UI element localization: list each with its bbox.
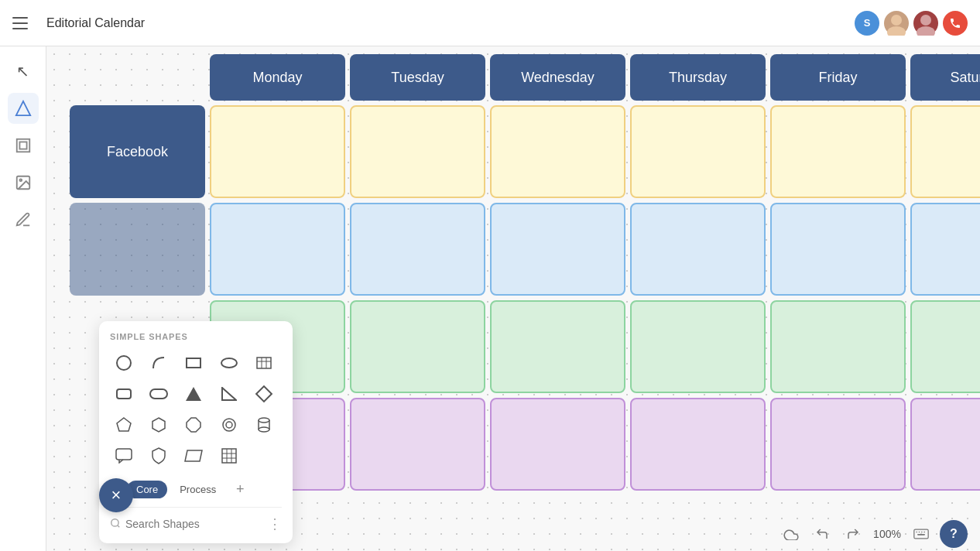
avatar-r[interactable] [913, 11, 938, 36]
svg-marker-4 [15, 101, 29, 115]
cell-facebook-tue[interactable] [350, 105, 485, 198]
shape-rtriangle-btn[interactable] [215, 380, 243, 408]
svg-rect-5 [16, 139, 29, 152]
cell-instagram-thu[interactable] [630, 203, 766, 296]
row-label-facebook: Facebook [70, 105, 205, 198]
svg-rect-25 [222, 449, 236, 463]
shape-shield-btn[interactable] [145, 442, 173, 470]
svg-marker-24 [185, 450, 202, 461]
sidebar-draw[interactable] [8, 204, 39, 235]
shape-ellipse-btn[interactable] [215, 349, 243, 377]
shape-octagon-btn[interactable] [180, 411, 207, 439]
svg-marker-14 [117, 418, 131, 431]
shape-parallelogram-btn[interactable] [180, 442, 207, 470]
svg-point-0 [891, 15, 902, 26]
svg-marker-15 [152, 418, 165, 432]
shapes-grid [110, 349, 282, 470]
shapes-search-bar: ⋮ [110, 507, 282, 532]
cell-facebook-fri[interactable] [770, 105, 906, 198]
canvas[interactable]: Monday Tuesday Wednesday Thursday Friday… [46, 46, 980, 551]
cell-linkedin-wed[interactable] [490, 398, 625, 491]
cell-facebook-thu[interactable] [630, 105, 766, 198]
search-icon [110, 518, 121, 531]
help-button[interactable]: ? [940, 520, 968, 548]
search-left [110, 518, 263, 531]
topbar: Editorial Calendar S [0, 0, 980, 46]
keyboard-icon[interactable] [909, 522, 934, 546]
svg-line-32 [118, 525, 120, 527]
cell-instagram-mon[interactable] [210, 203, 345, 296]
fab-button[interactable]: × [99, 478, 133, 512]
shape-speech-btn[interactable] [110, 442, 138, 470]
svg-point-17 [223, 419, 235, 431]
app-title: Editorial Calendar [46, 16, 855, 30]
cell-twitter-tue[interactable] [350, 300, 485, 393]
shape-hexagon-btn[interactable] [145, 411, 173, 439]
cell-linkedin-thu[interactable] [630, 398, 766, 491]
tab-process[interactable]: Process [170, 481, 225, 498]
cloud-save-icon[interactable] [779, 522, 804, 546]
shape-ring-btn[interactable] [215, 411, 243, 439]
cell-twitter-wed[interactable] [490, 300, 625, 393]
cell-twitter-sat[interactable] [910, 300, 980, 393]
search-shapes-input[interactable] [125, 518, 263, 530]
shape-diamond-btn[interactable] [250, 380, 278, 408]
cell-facebook-sat[interactable] [910, 105, 980, 198]
cell-instagram-tue[interactable] [350, 203, 485, 296]
svg-marker-16 [187, 418, 200, 432]
cell-linkedin-fri[interactable] [770, 398, 906, 491]
sidebar: ↖ [0, 46, 46, 551]
phone-button[interactable] [943, 11, 968, 36]
shapes-section-title: Simple Shapes [110, 332, 282, 341]
day-tuesday: Tuesday [350, 54, 485, 101]
zoom-level: 100% [872, 528, 903, 540]
avatar-p[interactable] [884, 11, 909, 36]
svg-point-2 [920, 15, 931, 26]
cell-linkedin-sat[interactable] [910, 398, 980, 491]
shape-rrect-btn[interactable] [110, 380, 138, 408]
avatar-s[interactable]: S [855, 11, 879, 36]
row-label-instagram [70, 203, 205, 296]
shapes-panel: Simple Shapes [99, 321, 293, 543]
shape-grid2-btn[interactable] [215, 442, 243, 470]
cell-instagram-sat[interactable] [910, 203, 980, 296]
shape-arc-btn[interactable] [145, 349, 173, 377]
day-thursday: Thursday [630, 54, 766, 101]
sidebar-frame[interactable] [8, 130, 39, 161]
svg-point-1 [887, 26, 906, 36]
sidebar-shapes[interactable] [8, 93, 39, 124]
tab-add-button[interactable]: + [230, 479, 250, 499]
day-wednesday: Wednesday [490, 54, 625, 101]
cell-instagram-fri[interactable] [770, 203, 906, 296]
shape-cylinder-btn[interactable] [250, 411, 278, 439]
search-more-icon[interactable]: ⋮ [268, 515, 282, 532]
shape-triangle-btn[interactable] [180, 380, 207, 408]
menu-button[interactable] [12, 11, 37, 36]
shape-pentagon-btn[interactable] [110, 411, 138, 439]
redo-icon[interactable] [841, 522, 865, 546]
cell-facebook-wed[interactable] [490, 105, 625, 198]
day-friday: Friday [770, 54, 906, 101]
cell-facebook-mon[interactable] [210, 105, 345, 198]
svg-rect-23 [116, 449, 132, 460]
avatars-group: S [855, 11, 968, 36]
shape-stadium-btn[interactable] [145, 380, 173, 408]
undo-icon[interactable] [810, 522, 834, 546]
svg-point-18 [226, 422, 232, 428]
shapes-tabs: Core Process + [110, 479, 282, 499]
cell-twitter-fri[interactable] [770, 300, 906, 393]
sidebar-image[interactable] [8, 167, 39, 198]
shape-rect-btn[interactable] [180, 349, 207, 377]
svg-point-31 [111, 518, 118, 525]
svg-point-22 [259, 427, 269, 432]
shape-circle-btn[interactable] [110, 349, 138, 377]
cell-twitter-thu[interactable] [630, 300, 766, 393]
svg-rect-6 [19, 142, 26, 149]
cell-instagram-wed[interactable] [490, 203, 625, 296]
svg-rect-9 [257, 358, 271, 368]
day-saturday: Saturday [910, 54, 980, 101]
shape-table-btn[interactable] [250, 349, 278, 377]
bottom-bar: 100% ? [766, 517, 980, 551]
cell-linkedin-tue[interactable] [350, 398, 485, 491]
sidebar-cursor[interactable]: ↖ [8, 56, 39, 87]
